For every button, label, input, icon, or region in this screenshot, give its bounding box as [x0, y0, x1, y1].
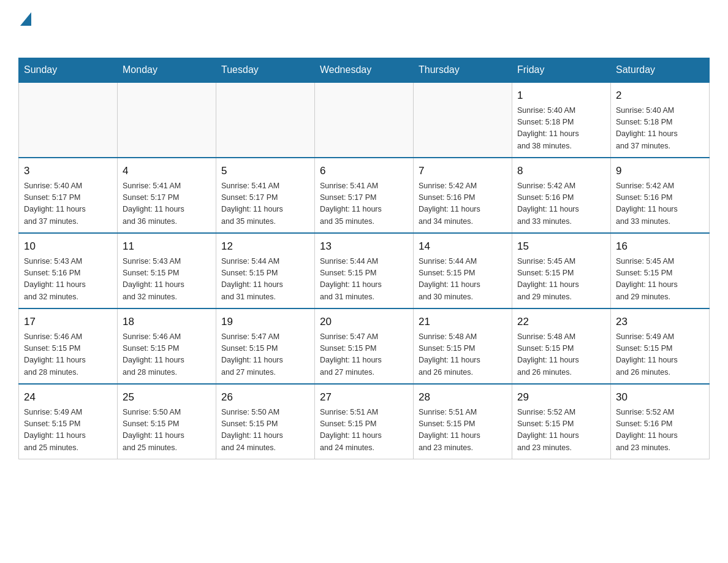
calendar-cell: 13Sunrise: 5:44 AM Sunset: 5:15 PM Dayli…: [315, 233, 414, 308]
day-number: 15: [517, 239, 605, 255]
calendar-week-row: 3Sunrise: 5:40 AM Sunset: 5:17 PM Daylig…: [19, 158, 710, 233]
weekday-header-saturday: Saturday: [611, 58, 710, 83]
calendar-cell: 30Sunrise: 5:52 AM Sunset: 5:16 PM Dayli…: [611, 384, 710, 459]
day-info: Sunrise: 5:52 AM Sunset: 5:15 PM Dayligh…: [517, 407, 605, 454]
calendar-cell: 2Sunrise: 5:40 AM Sunset: 5:18 PM Daylig…: [611, 82, 710, 158]
day-info: Sunrise: 5:42 AM Sunset: 5:16 PM Dayligh…: [616, 180, 704, 228]
day-number: 1: [517, 88, 605, 104]
calendar-cell: [118, 82, 216, 158]
day-number: 20: [320, 314, 408, 330]
calendar-cell: 22Sunrise: 5:48 AM Sunset: 5:15 PM Dayli…: [512, 308, 611, 384]
day-info: Sunrise: 5:41 AM Sunset: 5:17 PM Dayligh…: [320, 180, 408, 228]
day-info: Sunrise: 5:49 AM Sunset: 5:15 PM Dayligh…: [24, 407, 112, 454]
calendar-cell: 29Sunrise: 5:52 AM Sunset: 5:15 PM Dayli…: [512, 384, 611, 459]
day-number: 10: [24, 239, 112, 255]
page-header: [18, 12, 710, 45]
calendar-cell: 14Sunrise: 5:44 AM Sunset: 5:15 PM Dayli…: [414, 233, 512, 308]
day-number: 17: [24, 314, 112, 330]
day-number: 7: [419, 163, 507, 179]
calendar-cell: 28Sunrise: 5:51 AM Sunset: 5:15 PM Dayli…: [414, 384, 512, 459]
calendar-cell: [414, 82, 512, 158]
day-number: 22: [517, 314, 605, 330]
calendar-cell: [315, 82, 414, 158]
day-number: 4: [123, 163, 211, 179]
weekday-header-friday: Friday: [512, 58, 611, 83]
calendar-cell: 7Sunrise: 5:42 AM Sunset: 5:16 PM Daylig…: [414, 158, 512, 233]
day-number: 16: [616, 239, 704, 255]
day-info: Sunrise: 5:45 AM Sunset: 5:15 PM Dayligh…: [616, 256, 704, 304]
day-info: Sunrise: 5:48 AM Sunset: 5:15 PM Dayligh…: [517, 331, 605, 379]
calendar-cell: 8Sunrise: 5:42 AM Sunset: 5:16 PM Daylig…: [512, 158, 611, 233]
calendar-cell: 21Sunrise: 5:48 AM Sunset: 5:15 PM Dayli…: [414, 308, 512, 384]
day-number: 24: [24, 389, 112, 405]
day-number: 28: [419, 389, 507, 405]
day-number: 14: [419, 239, 507, 255]
day-info: Sunrise: 5:46 AM Sunset: 5:15 PM Dayligh…: [123, 331, 211, 379]
day-info: Sunrise: 5:41 AM Sunset: 5:17 PM Dayligh…: [123, 180, 211, 228]
calendar-cell: 3Sunrise: 5:40 AM Sunset: 5:17 PM Daylig…: [19, 158, 118, 233]
day-number: 19: [221, 314, 309, 330]
day-info: Sunrise: 5:44 AM Sunset: 5:15 PM Dayligh…: [221, 256, 309, 304]
day-number: 8: [517, 163, 605, 179]
calendar-cell: 19Sunrise: 5:47 AM Sunset: 5:15 PM Dayli…: [216, 308, 315, 384]
calendar-cell: 18Sunrise: 5:46 AM Sunset: 5:15 PM Dayli…: [118, 308, 216, 384]
day-number: 29: [517, 389, 605, 405]
calendar-cell: 25Sunrise: 5:50 AM Sunset: 5:15 PM Dayli…: [118, 384, 216, 459]
calendar-cell: 16Sunrise: 5:45 AM Sunset: 5:15 PM Dayli…: [611, 233, 710, 308]
day-info: Sunrise: 5:49 AM Sunset: 5:15 PM Dayligh…: [616, 331, 704, 379]
weekday-header-wednesday: Wednesday: [315, 58, 414, 83]
day-info: Sunrise: 5:44 AM Sunset: 5:15 PM Dayligh…: [419, 256, 507, 304]
weekday-header-tuesday: Tuesday: [216, 58, 315, 83]
day-info: Sunrise: 5:42 AM Sunset: 5:16 PM Dayligh…: [517, 180, 605, 228]
day-info: Sunrise: 5:50 AM Sunset: 5:15 PM Dayligh…: [123, 407, 211, 454]
day-number: 2: [616, 88, 704, 104]
calendar-week-row: 24Sunrise: 5:49 AM Sunset: 5:15 PM Dayli…: [19, 384, 710, 459]
day-info: Sunrise: 5:50 AM Sunset: 5:15 PM Dayligh…: [221, 407, 309, 454]
calendar-header-row: SundayMondayTuesdayWednesdayThursdayFrid…: [19, 58, 710, 83]
day-number: 18: [123, 314, 211, 330]
calendar-cell: [216, 82, 315, 158]
calendar-cell: 24Sunrise: 5:49 AM Sunset: 5:15 PM Dayli…: [19, 384, 118, 459]
logo-triangle-icon: [20, 12, 31, 26]
day-info: Sunrise: 5:52 AM Sunset: 5:16 PM Dayligh…: [616, 407, 704, 454]
calendar-cell: 23Sunrise: 5:49 AM Sunset: 5:15 PM Dayli…: [611, 308, 710, 384]
day-info: Sunrise: 5:43 AM Sunset: 5:15 PM Dayligh…: [123, 256, 211, 304]
day-info: Sunrise: 5:45 AM Sunset: 5:15 PM Dayligh…: [517, 256, 605, 304]
weekday-header-monday: Monday: [118, 58, 216, 83]
weekday-header-sunday: Sunday: [19, 58, 118, 83]
day-info: Sunrise: 5:44 AM Sunset: 5:15 PM Dayligh…: [320, 256, 408, 304]
day-info: Sunrise: 5:51 AM Sunset: 5:15 PM Dayligh…: [320, 407, 408, 454]
calendar-cell: 4Sunrise: 5:41 AM Sunset: 5:17 PM Daylig…: [118, 158, 216, 233]
day-info: Sunrise: 5:47 AM Sunset: 5:15 PM Dayligh…: [221, 331, 309, 379]
calendar-cell: 6Sunrise: 5:41 AM Sunset: 5:17 PM Daylig…: [315, 158, 414, 233]
calendar-cell: 12Sunrise: 5:44 AM Sunset: 5:15 PM Dayli…: [216, 233, 315, 308]
day-info: Sunrise: 5:40 AM Sunset: 5:17 PM Dayligh…: [24, 180, 112, 228]
day-info: Sunrise: 5:41 AM Sunset: 5:17 PM Dayligh…: [221, 180, 309, 228]
calendar-cell: 27Sunrise: 5:51 AM Sunset: 5:15 PM Dayli…: [315, 384, 414, 459]
weekday-header-thursday: Thursday: [414, 58, 512, 83]
day-number: 11: [123, 239, 211, 255]
day-info: Sunrise: 5:47 AM Sunset: 5:15 PM Dayligh…: [320, 331, 408, 379]
calendar-table: SundayMondayTuesdayWednesdayThursdayFrid…: [18, 58, 710, 459]
day-number: 12: [221, 239, 309, 255]
day-number: 21: [419, 314, 507, 330]
day-number: 3: [24, 163, 112, 179]
calendar-cell: 5Sunrise: 5:41 AM Sunset: 5:17 PM Daylig…: [216, 158, 315, 233]
calendar-cell: 10Sunrise: 5:43 AM Sunset: 5:16 PM Dayli…: [19, 233, 118, 308]
day-info: Sunrise: 5:40 AM Sunset: 5:18 PM Dayligh…: [616, 105, 704, 153]
logo: [18, 12, 32, 45]
day-number: 23: [616, 314, 704, 330]
day-info: Sunrise: 5:40 AM Sunset: 5:18 PM Dayligh…: [517, 105, 605, 153]
calendar-week-row: 10Sunrise: 5:43 AM Sunset: 5:16 PM Dayli…: [19, 233, 710, 308]
calendar-cell: 15Sunrise: 5:45 AM Sunset: 5:15 PM Dayli…: [512, 233, 611, 308]
calendar-week-row: 17Sunrise: 5:46 AM Sunset: 5:15 PM Dayli…: [19, 308, 710, 384]
day-number: 9: [616, 163, 704, 179]
calendar-cell: 20Sunrise: 5:47 AM Sunset: 5:15 PM Dayli…: [315, 308, 414, 384]
day-info: Sunrise: 5:51 AM Sunset: 5:15 PM Dayligh…: [419, 407, 507, 454]
calendar-cell: 26Sunrise: 5:50 AM Sunset: 5:15 PM Dayli…: [216, 384, 315, 459]
day-number: 27: [320, 389, 408, 405]
calendar-week-row: 1Sunrise: 5:40 AM Sunset: 5:18 PM Daylig…: [19, 82, 710, 158]
day-info: Sunrise: 5:43 AM Sunset: 5:16 PM Dayligh…: [24, 256, 112, 304]
day-number: 13: [320, 239, 408, 255]
day-info: Sunrise: 5:48 AM Sunset: 5:15 PM Dayligh…: [419, 331, 507, 379]
